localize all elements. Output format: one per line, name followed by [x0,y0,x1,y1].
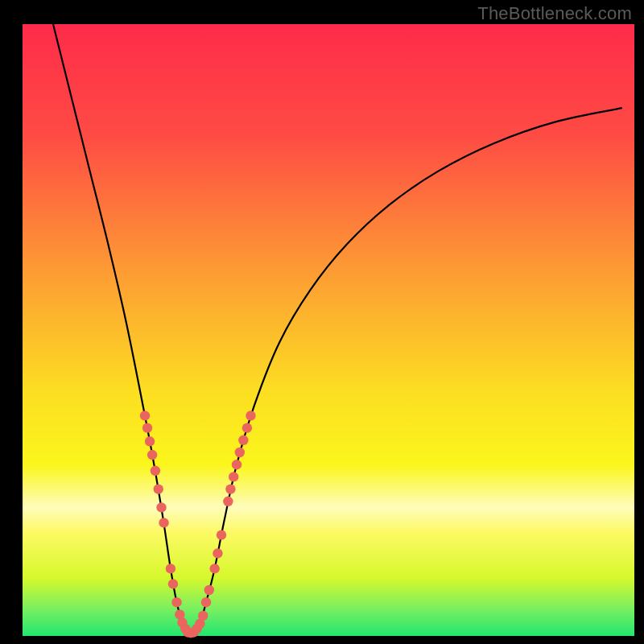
data-marker [142,423,152,432]
watermark-text: TheBottleneck.com [477,3,632,24]
data-marker [204,585,214,595]
data-marker [223,497,233,506]
data-marker [168,579,178,588]
data-marker [159,518,168,527]
bottleneck-curve [53,24,622,634]
plot-area [23,24,634,636]
data-marker [166,564,175,573]
data-marker [229,472,238,481]
data-marker [147,450,157,460]
data-marker [246,411,255,420]
data-marker [217,530,226,539]
data-marker [171,597,181,607]
data-marker [238,436,248,445]
data-marker [201,597,211,607]
data-marker [209,564,219,573]
data-marker [235,448,245,457]
data-marker [198,611,208,621]
data-marker [213,548,222,558]
data-marker [151,466,160,476]
curve-layer [23,24,634,636]
data-marker [154,484,163,493]
chart-frame: TheBottleneck.com [0,0,644,644]
data-marker [225,484,235,493]
data-marker [140,411,150,420]
data-marker [156,502,166,512]
data-marker [232,460,242,469]
data-marker [145,436,155,446]
data-marker [242,423,252,432]
